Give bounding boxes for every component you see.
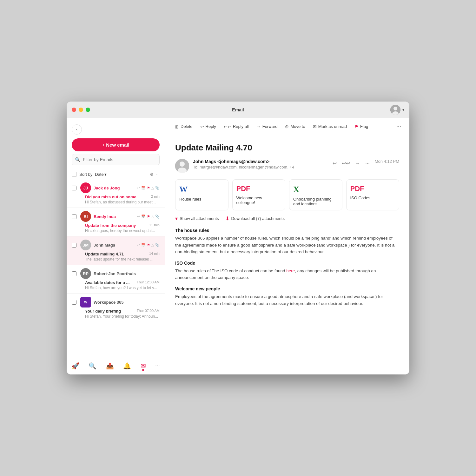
email-item[interactable]: RP Robert-Jan Poorthuis Available dates …	[67, 265, 165, 294]
sender-time: Mon 4:12 PM	[375, 159, 399, 164]
email-subject: Available dates for a ...	[85, 280, 134, 285]
pdf-icon: PDF	[350, 185, 364, 193]
sender-reply-all-button[interactable]: ↩↩	[340, 159, 351, 168]
svg-point-1	[393, 107, 397, 110]
avatar: W	[80, 297, 91, 307]
avatar: JM	[80, 240, 91, 250]
delete-button[interactable]: 🗑 Delete	[171, 122, 196, 131]
body-paragraph-2: The house rules of The ISO code of condu…	[175, 268, 399, 281]
app-window: Email ▾ ‹ + New email 🔍	[67, 102, 409, 374]
attachment-name: House rules	[179, 197, 201, 202]
filter-box: 🔍	[72, 154, 160, 165]
delete-label: Delete	[181, 124, 193, 129]
sort-chevron-icon: ▾	[104, 172, 107, 177]
attachment-name: Welcome new colleague!	[236, 195, 281, 205]
sender-more-button[interactable]: ···	[364, 159, 371, 168]
bell-nav-icon[interactable]: 🔔	[121, 360, 134, 372]
sidebar-header: + New email 🔍	[67, 135, 165, 170]
reply-icon: ↩	[137, 243, 140, 247]
reply-all-button[interactable]: ↩↩ Reply all	[221, 122, 252, 131]
move-icon: ⊕	[285, 124, 289, 129]
share-nav-icon[interactable]: 📤	[103, 360, 116, 372]
body-heading-2: ISO Code	[175, 261, 399, 266]
iso-code-link[interactable]: here	[286, 268, 295, 273]
email-checkbox[interactable]	[72, 243, 76, 248]
sort-bar: Sort by Date ▾ ⚙ ···	[67, 170, 165, 179]
email-preview: The latest update for the next release! …	[72, 257, 160, 261]
show-all-attachments-button[interactable]: ▾ Show all attachments	[175, 215, 219, 221]
rocket-nav-icon[interactable]: 🚀	[69, 360, 82, 372]
sender-name: Workspace 365	[94, 300, 160, 305]
reply-all-label: Reply all	[233, 124, 249, 129]
reply-icon: ↩	[137, 186, 140, 190]
email-time: Thur 07:00 AM	[137, 309, 160, 314]
reply-all-icon: ↩↩	[224, 124, 231, 129]
forward-button[interactable]: → Forward	[253, 122, 281, 131]
email-checkbox[interactable]	[72, 186, 76, 190]
email-item-active[interactable]: JM John Mags ↩ 📅 ⚑ △ 📎 Update mailing 4.…	[67, 236, 165, 265]
word-icon: W	[179, 185, 188, 194]
attachment-icon: 📎	[155, 215, 160, 219]
email-checkbox[interactable]	[72, 214, 76, 219]
mail-nav-icon[interactable]: ✉	[138, 360, 149, 372]
flag-button[interactable]: ⚑ Flag	[351, 122, 371, 131]
user-dropdown-chevron[interactable]: ▾	[402, 108, 404, 112]
search-nav-icon[interactable]: 🔍	[86, 360, 99, 372]
sidebar: ‹ + New email 🔍 Sort by Date ▾ ⚙ ···	[67, 118, 165, 374]
filter-input[interactable]	[72, 154, 160, 165]
search-icon: 🔍	[75, 157, 80, 162]
excel-icon: X	[293, 185, 299, 194]
avatar: BI	[80, 211, 91, 222]
move-to-button[interactable]: ⊕ Move to	[282, 122, 308, 131]
body-heading-3: Welcome new people	[175, 286, 399, 291]
attachment-actions-row: ▾ Show all attachments ⬇ Download all (7…	[175, 215, 399, 221]
attachment-card[interactable]: X Onboarding planning and locations	[289, 179, 342, 210]
email-time: Thur 12:30 AM	[137, 280, 160, 285]
attachment-name: Onboarding planning and locations	[293, 197, 338, 206]
more-actions-button[interactable]: ···	[394, 121, 403, 132]
close-button[interactable]	[72, 108, 76, 112]
email-checkbox[interactable]	[72, 300, 76, 305]
filter-icon[interactable]: ⚙	[150, 172, 154, 177]
email-preview: Hi Stefan, as discussed during our meet.…	[72, 200, 160, 204]
mail-notification-dot	[142, 369, 144, 371]
mark-unread-button[interactable]: ✉ Mark as unread	[310, 122, 350, 131]
minimize-button[interactable]	[79, 108, 83, 112]
chevron-down-icon: ▾	[175, 215, 178, 221]
attachment-card[interactable]: PDF Welcome new colleague!	[232, 179, 286, 210]
window-title: Email	[232, 107, 244, 112]
calendar-icon: 📅	[141, 243, 146, 247]
toolbar: 🗑 Delete ↩ Reply ↩↩ Reply all → Forward …	[165, 118, 409, 135]
sender-name: Jack de Jong	[94, 186, 135, 190]
reply-icon: ↩	[137, 215, 140, 219]
attachment-card[interactable]: W House rules	[175, 179, 228, 210]
email-icons: ↩ 📅 ⚑ △ 📎	[137, 215, 160, 219]
forward-icon: →	[256, 124, 261, 129]
alert-icon: △	[151, 186, 154, 190]
sort-label: Sort by	[79, 172, 92, 177]
sort-actions: ⚙ ···	[150, 172, 160, 177]
email-item[interactable]: W Workspace 365 Your daily briefing Thur…	[67, 294, 165, 322]
mark-unread-label: Mark as unread	[318, 124, 347, 129]
move-to-label: Move to	[290, 124, 305, 129]
sort-dropdown[interactable]: Date ▾	[95, 172, 106, 177]
email-checkbox[interactable]	[72, 271, 76, 276]
sender-forward-button[interactable]: →	[354, 159, 361, 168]
sort-checkbox[interactable]	[72, 172, 77, 177]
bottom-nav: 🚀 🔍 📤 🔔 ✉ ···	[67, 357, 165, 374]
sidebar-top-row: ‹	[67, 118, 165, 135]
sender-reply-button[interactable]: ↩	[331, 159, 338, 168]
user-avatar[interactable]	[390, 105, 400, 115]
sidebar-toggle-button[interactable]: ‹	[72, 124, 82, 135]
email-item[interactable]: BI Bendy Inda ↩ 📅 ⚑ △ 📎 Update from the …	[67, 208, 165, 236]
email-subject: Did you miss out on some...	[85, 195, 149, 199]
new-email-button[interactable]: + New email	[72, 138, 160, 151]
more-nav-icon[interactable]: ···	[153, 361, 163, 371]
email-item[interactable]: JJ Jack de Jong ↩ 📅 ⚑ △ 📎 Did you miss o…	[67, 179, 165, 208]
maximize-button[interactable]	[86, 108, 90, 112]
flag-label: Flag	[360, 124, 368, 129]
more-options-icon[interactable]: ···	[156, 172, 160, 177]
download-all-attachments-button[interactable]: ⬇ Download all (7) attachments	[225, 215, 285, 221]
attachment-card[interactable]: PDF ISO Codes	[346, 179, 400, 210]
reply-button[interactable]: ↩ Reply	[197, 122, 219, 131]
